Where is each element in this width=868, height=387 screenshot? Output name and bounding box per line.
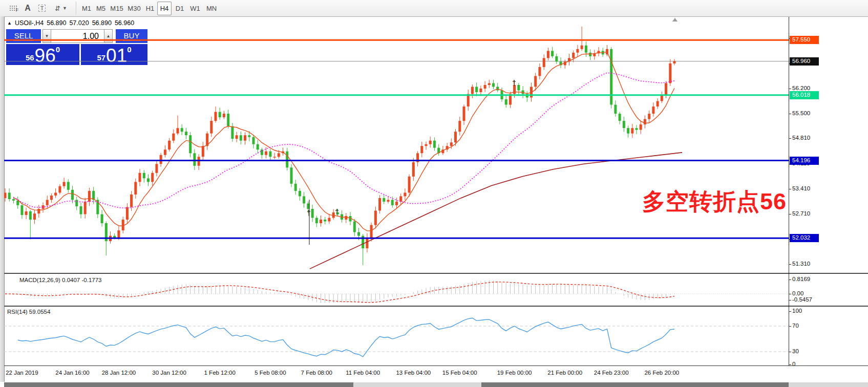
- timeframe-M1[interactable]: M1: [79, 2, 94, 15]
- time-axis-label: 24 Feb 23:00: [588, 370, 634, 376]
- toolbar-separator: [76, 2, 77, 15]
- time-axis-label: 7 Feb 08:00: [293, 370, 340, 376]
- axis-tick-mark: [789, 214, 791, 214]
- timeframe-D1[interactable]: D1: [173, 2, 187, 15]
- x-axis-line: [4, 365, 868, 366]
- price-level-badge: 57.550: [790, 36, 819, 44]
- price-axis-line: [789, 17, 789, 365]
- rsi-panel[interactable]: [4, 307, 789, 368]
- price-tick-label: 56.200: [792, 85, 810, 91]
- rsi-value: 59.0554: [29, 309, 51, 315]
- price-level-badge: 56.018: [790, 91, 819, 99]
- price-tick-label: 54.810: [792, 135, 810, 141]
- rsi-scale-label: 100: [792, 308, 802, 314]
- axis-tick-mark: [789, 364, 791, 365]
- timeframe-H4[interactable]: H4: [157, 2, 172, 15]
- chart-annotation-text: 多空转折点56: [642, 186, 787, 217]
- toolbar: F A T ⇵▼ M1M5M15M30H1H4D1W1MN: [0, 0, 868, 17]
- timeframe-MN[interactable]: MN: [203, 2, 220, 15]
- svg-text:†: †: [335, 208, 339, 216]
- timeframe-H1[interactable]: H1: [143, 2, 157, 15]
- time-axis-label: 22 Jan 2019: [0, 370, 45, 376]
- objects-arrows-icon[interactable]: ⇵▼: [52, 2, 70, 14]
- time-axis-label: 19 Feb 00:00: [492, 370, 538, 376]
- price-tick-label: 51.310: [792, 261, 810, 267]
- axis-tick-mark: [789, 300, 791, 300]
- time-axis-label: 1 Feb 12:00: [197, 370, 243, 376]
- text-box-icon[interactable]: T: [37, 2, 47, 14]
- time-axis-label: 21 Feb 00:00: [542, 370, 588, 376]
- price-level-badge: 52.032: [790, 234, 819, 242]
- price-level-badge: 54.196: [790, 157, 819, 165]
- chevron-down-icon: ▼: [62, 6, 67, 11]
- scrollbar-track-right[interactable]: [481, 382, 789, 387]
- price-tick-label: 55.500: [792, 110, 810, 116]
- macd-label: MACD(12,26,9) 0.0407 -0.1773: [19, 277, 102, 283]
- timeframe-M15[interactable]: M15: [108, 2, 125, 15]
- time-axis-label: 24 Jan 16:00: [50, 370, 96, 376]
- timeframe-W1[interactable]: W1: [187, 2, 203, 15]
- time-axis-label: 13 Feb 04:00: [390, 370, 436, 376]
- scrollbar-track-left[interactable]: [4, 382, 353, 387]
- axis-tick-mark: [789, 326, 791, 327]
- axis-tick-mark: [789, 138, 791, 139]
- rsi-scale-label: 70: [792, 322, 799, 329]
- macd-signal-value: -0.1773: [81, 277, 101, 283]
- time-axis-label: 11 Feb 04:00: [340, 370, 386, 376]
- price-level-badge: 56.960: [790, 57, 819, 66]
- svg-text:†: †: [512, 79, 516, 87]
- axis-tick-mark: [789, 189, 791, 189]
- time-axis-label: 28 Jan 12:00: [96, 370, 142, 376]
- axis-tick-mark: [789, 280, 791, 280]
- time-axis-label: 26 Feb 20:00: [639, 370, 685, 376]
- svg-text:†: †: [307, 209, 311, 217]
- macd-panel[interactable]: [4, 275, 789, 308]
- macd-scale-label: 0.00: [792, 290, 803, 296]
- macd-scale-label: 0.8169: [792, 276, 810, 282]
- chart-shift-marker-icon: [672, 18, 678, 22]
- rsi-scale-label: 30: [792, 348, 799, 354]
- text-label-icon[interactable]: A: [23, 2, 33, 14]
- panel-separator[interactable]: [4, 273, 868, 274]
- axis-tick-mark: [789, 264, 791, 265]
- macd-scale-label: -0.5457: [792, 296, 812, 303]
- axis-tick-mark: [789, 311, 791, 312]
- time-axis-label: 30 Jan 12:00: [146, 370, 193, 376]
- axis-tick-mark: [789, 294, 791, 294]
- axis-tick-mark: [789, 352, 791, 352]
- grid-template-icon[interactable]: F: [8, 2, 19, 14]
- main-price-chart[interactable]: †††: [4, 17, 789, 275]
- rsi-label: RSI(14) 59.0554: [7, 309, 50, 315]
- timeframe-M5[interactable]: M5: [94, 2, 108, 15]
- timeframe-M30[interactable]: M30: [125, 2, 143, 15]
- price-tick-label: 52.710: [792, 210, 810, 217]
- macd-main-value: 0.0407: [62, 277, 80, 283]
- time-axis-label: 5 Feb 08:00: [247, 370, 293, 376]
- rsi-scale-label: 0: [792, 361, 795, 367]
- time-axis-label: 15 Feb 04:00: [437, 370, 483, 376]
- price-tick-label: 53.410: [792, 185, 810, 191]
- axis-tick-mark: [789, 114, 791, 114]
- axis-tick-mark: [789, 89, 791, 89]
